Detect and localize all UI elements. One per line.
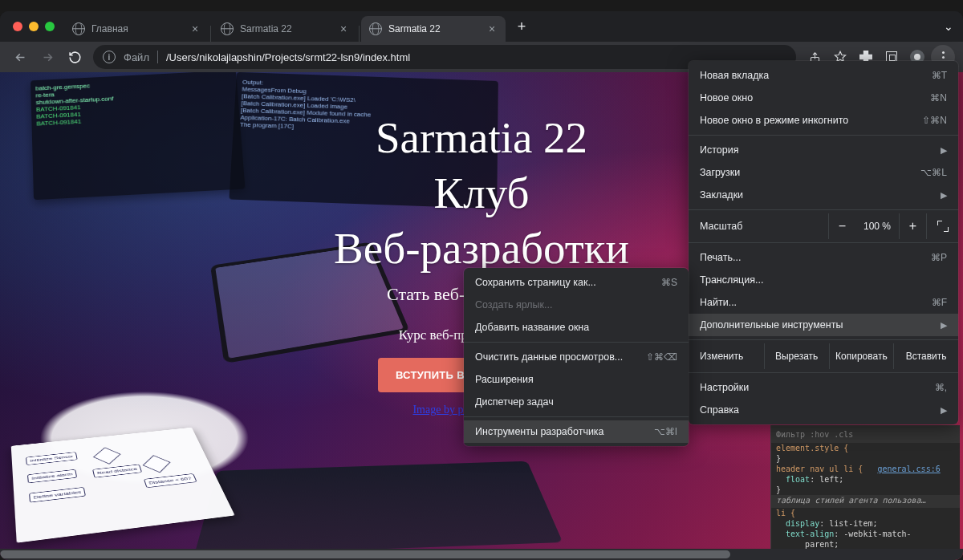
shortcut: ⇧⌘N (922, 115, 947, 126)
divider (464, 416, 689, 417)
tab-close-button[interactable]: × (338, 23, 349, 34)
tab-1[interactable]: Главная × (64, 16, 209, 42)
label: Печать... (700, 252, 741, 263)
shortcut: ⌘F (932, 297, 947, 308)
label: Сохранить страницу как... (475, 277, 596, 288)
divider (689, 372, 958, 373)
label: Закладки (700, 189, 743, 201)
fullscreen-button[interactable] (926, 213, 958, 239)
menu-history[interactable]: История▶ (689, 139, 958, 161)
title-line: Веб-разработки (334, 224, 629, 273)
tabs: Главная × Sarmatia 22 × Sarmatia 22 × (64, 11, 506, 42)
tab-3[interactable]: Sarmatia 22 × (361, 16, 506, 42)
shortcut: ⇧⌘⌫ (646, 351, 677, 363)
cut-button[interactable]: Вырезать (764, 343, 829, 369)
submenu-clear-data[interactable]: Очистить данные просмотров...⇧⌘⌫ (464, 346, 689, 368)
devtools-panel[interactable]: Фильтр :hov .cls element.style { } heade… (770, 425, 960, 549)
chevron-right-icon: ▶ (941, 145, 947, 156)
submenu-extensions[interactable]: Расширения (464, 368, 689, 391)
label: Справка (700, 404, 739, 416)
more-tools-submenu: Сохранить страницу как...⌘S Создать ярлы… (464, 268, 689, 446)
url-path: /Users/nikolajlapshin/Projects/srmt22-ls… (166, 51, 410, 63)
zoom-in-button[interactable]: + (899, 213, 926, 239)
submenu-dev-tools[interactable]: Инструменты разработчика⌥⌘I (464, 420, 689, 443)
shortcut: ⌘P (931, 252, 947, 263)
label: История (700, 144, 738, 156)
label: Дополнительные инструменты (700, 319, 843, 331)
submenu-name-window[interactable]: Добавить название окна (464, 316, 689, 339)
label: Новая вкладка (700, 70, 769, 81)
menu-settings[interactable]: Настройки⌘, (689, 376, 958, 399)
separator (157, 51, 158, 63)
copy-button[interactable]: Копировать (829, 343, 894, 369)
shortcut: ⌘N (930, 92, 947, 103)
dt-line: } (771, 485, 960, 495)
chevron-right-icon: ▶ (941, 405, 947, 416)
menu-bookmarks[interactable]: Закладки▶ (689, 184, 958, 206)
shortcut: ⌘S (661, 277, 677, 288)
submenu-create-shortcut: Создать ярлык... (464, 294, 689, 316)
forward-button[interactable] (35, 45, 59, 69)
new-tab-button[interactable]: + (510, 15, 533, 38)
chevron-right-icon: ▶ (941, 320, 947, 331)
menu-incognito[interactable]: Новое окно в режиме инкогнито⇧⌘N (689, 109, 958, 132)
tabs-overflow-button[interactable]: ⌄ (944, 20, 953, 33)
dt-line: } (771, 453, 960, 464)
paste-button[interactable]: Вставить (893, 343, 958, 369)
url-prefix: Файл (124, 51, 149, 63)
css-source-link[interactable]: general.css:6 (877, 465, 940, 473)
zoom-value: 100 % (855, 221, 899, 232)
tab-label: Sarmatia 22 (240, 23, 338, 34)
shortcut: ⌘T (932, 70, 947, 81)
divider (464, 342, 689, 343)
reload-button[interactable] (63, 45, 87, 69)
menu-new-window[interactable]: Новое окно⌘N (689, 87, 958, 109)
menu-zoom: Масштаб − 100 % + (689, 213, 958, 239)
menu-cast[interactable]: Трансляция... (689, 269, 958, 291)
scrollbar-thumb[interactable] (0, 550, 730, 558)
chrome-menu: Новая вкладка⌘T Новое окно⌘N Новое окно … (689, 61, 958, 424)
traffic-lights (13, 22, 55, 31)
divider (689, 242, 958, 243)
window-close-button[interactable] (13, 22, 22, 31)
dt-line: element.style { (776, 444, 848, 452)
back-button[interactable] (8, 45, 32, 69)
shortcut: ⌥⌘I (654, 426, 677, 437)
tab-2[interactable]: Sarmatia 22 × (213, 16, 357, 42)
label: Создать ярлык... (475, 299, 552, 310)
menu-new-tab[interactable]: Новая вкладка⌘T (689, 64, 958, 87)
submenu-save-as[interactable]: Сохранить страницу как...⌘S (464, 271, 689, 294)
label: Очистить данные просмотров... (475, 351, 623, 363)
globe-icon (72, 22, 85, 35)
hero-title: Sarmatia 22 Клуб Веб-разработки (334, 111, 629, 276)
fullscreen-icon (937, 221, 949, 232)
tab-close-button[interactable]: × (189, 23, 201, 34)
label: Добавить название окна (475, 322, 589, 333)
shortcut: ⌥⌘L (920, 167, 947, 178)
title-line: Sarmatia 22 (376, 113, 587, 162)
tab-label: Sarmatia 22 (388, 23, 486, 34)
shortcut: ⌘, (935, 382, 947, 393)
devtools-filter-row[interactable]: Фильтр :hov .cls (771, 425, 960, 443)
chevron-right-icon: ▶ (941, 190, 947, 201)
tab-separator (210, 26, 211, 42)
divider (689, 135, 958, 136)
edit-label: Изменить (689, 343, 764, 369)
menu-downloads[interactable]: Загрузки⌥⌘L (689, 161, 958, 184)
scrollbar-horizontal[interactable] (0, 549, 963, 560)
submenu-task-manager[interactable]: Диспетчер задач (464, 391, 689, 413)
window-minimize-button[interactable] (29, 22, 39, 31)
menu-find[interactable]: Найти...⌘F (689, 291, 958, 314)
tab-close-button[interactable]: × (486, 23, 498, 34)
dt-line: header nav ul li { (776, 465, 863, 473)
menu-edit-row: Изменить Вырезать Копировать Вставить (689, 343, 958, 369)
label: Настройки (700, 382, 749, 393)
menu-print[interactable]: Печать...⌘P (689, 246, 958, 269)
window-zoom-button[interactable] (45, 22, 55, 31)
info-icon[interactable]: i (103, 51, 116, 63)
title-line: Клуб (434, 168, 530, 217)
tab-label: Главная (91, 23, 189, 34)
menu-help[interactable]: Справка▶ (689, 399, 958, 421)
zoom-out-button[interactable]: − (828, 213, 855, 239)
menu-more-tools[interactable]: Дополнительные инструменты▶ (689, 314, 958, 336)
